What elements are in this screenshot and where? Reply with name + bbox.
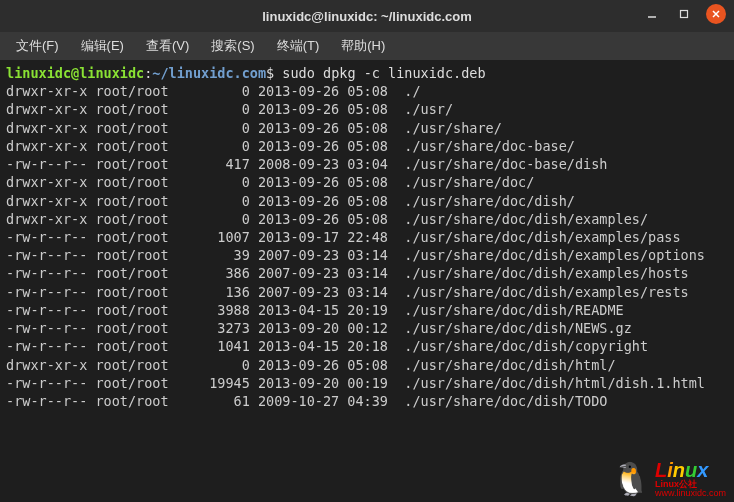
minimize-button[interactable] <box>642 4 662 24</box>
output-line: -rw-r--r-- root/root 1041 2013-04-15 20:… <box>6 337 728 355</box>
window-title: linuxidc@linuxidc: ~/linuxidc.com <box>262 9 472 24</box>
output-line: -rw-r--r-- root/root 61 2009-10-27 04:39… <box>6 392 728 410</box>
output-line: drwxr-xr-x root/root 0 2013-09-26 05:08 … <box>6 82 728 100</box>
menubar: 文件(F) 编辑(E) 查看(V) 搜索(S) 终端(T) 帮助(H) <box>0 32 734 60</box>
close-button[interactable] <box>706 4 726 24</box>
output-line: drwxr-xr-x root/root 0 2013-09-26 05:08 … <box>6 210 728 228</box>
menu-search[interactable]: 搜索(S) <box>201 33 264 59</box>
output-line: -rw-r--r-- root/root 1007 2013-09-17 22:… <box>6 228 728 246</box>
menu-terminal[interactable]: 终端(T) <box>267 33 330 59</box>
output-line: -rw-r--r-- root/root 417 2008-09-23 03:0… <box>6 155 728 173</box>
output-line: drwxr-xr-x root/root 0 2013-09-26 05:08 … <box>6 173 728 191</box>
svg-rect-1 <box>681 11 688 18</box>
output-line: -rw-r--r-- root/root 3988 2013-04-15 20:… <box>6 301 728 319</box>
output-line: -rw-r--r-- root/root 39 2007-09-23 03:14… <box>6 246 728 264</box>
output-line: drwxr-xr-x root/root 0 2013-09-26 05:08 … <box>6 137 728 155</box>
titlebar: linuxidc@linuxidc: ~/linuxidc.com <box>0 0 734 32</box>
menu-view[interactable]: 查看(V) <box>136 33 199 59</box>
output-line: -rw-r--r-- root/root 19945 2013-09-20 00… <box>6 374 728 392</box>
window-controls <box>642 4 726 24</box>
output-line: drwxr-xr-x root/root 0 2013-09-26 05:08 … <box>6 100 728 118</box>
menu-edit[interactable]: 编辑(E) <box>71 33 134 59</box>
menu-file[interactable]: 文件(F) <box>6 33 69 59</box>
maximize-button[interactable] <box>674 4 694 24</box>
output-line: drwxr-xr-x root/root 0 2013-09-26 05:08 … <box>6 192 728 210</box>
terminal-output[interactable]: linuxidc@linuxidc:~/linuxidc.com$ sudo d… <box>0 60 734 502</box>
output-line: -rw-r--r-- root/root 386 2007-09-23 03:1… <box>6 264 728 282</box>
output-line: drwxr-xr-x root/root 0 2013-09-26 05:08 … <box>6 119 728 137</box>
output-line: drwxr-xr-x root/root 0 2013-09-26 05:08 … <box>6 356 728 374</box>
output-line: -rw-r--r-- root/root 3273 2013-09-20 00:… <box>6 319 728 337</box>
output-line: -rw-r--r-- root/root 136 2007-09-23 03:1… <box>6 283 728 301</box>
menu-help[interactable]: 帮助(H) <box>331 33 395 59</box>
